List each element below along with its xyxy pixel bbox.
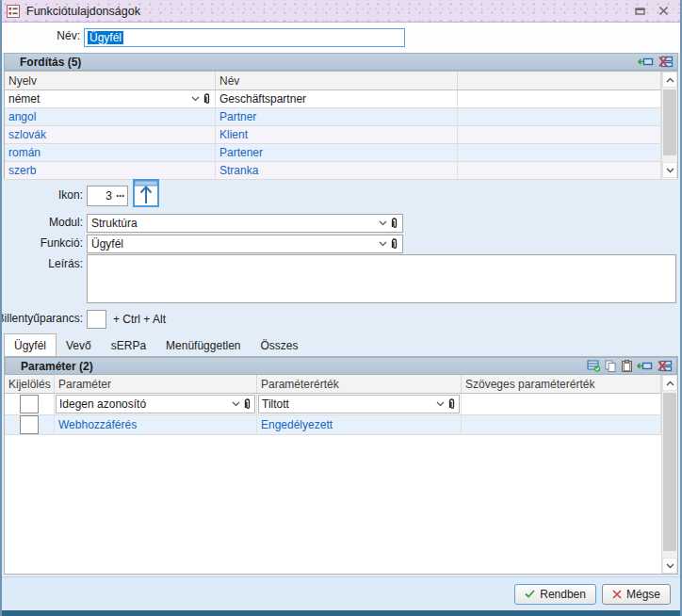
cell-szoveges[interactable] bbox=[462, 415, 661, 434]
paste-icon[interactable] bbox=[621, 360, 633, 372]
table-row[interactable]: Idegen azonosító Tiltott bbox=[5, 394, 661, 415]
cell-parameterertek[interactable]: Engedélyezett bbox=[257, 415, 462, 434]
window-title: Funkciótulajdonságok bbox=[26, 5, 140, 18]
ikon-label: Ikon: bbox=[58, 188, 83, 202]
billentyuparancs-input[interactable] bbox=[87, 310, 106, 329]
cancel-button-label: Mégse bbox=[626, 588, 660, 601]
chevron-down-icon[interactable] bbox=[191, 96, 200, 102]
cell-nev[interactable]: Partener bbox=[216, 144, 458, 161]
cell-nev[interactable]: Klient bbox=[216, 126, 458, 143]
scroll-track[interactable] bbox=[662, 88, 677, 162]
tab-menufuggetlen[interactable]: Menüfüggetlen bbox=[155, 335, 251, 356]
scroll-thumb[interactable] bbox=[663, 393, 676, 551]
delete-row-icon[interactable] bbox=[657, 360, 673, 372]
parameter-combobox[interactable]: Idegen azonosító bbox=[56, 395, 255, 413]
cell-nev[interactable]: Geschäftspartner bbox=[216, 90, 458, 107]
table-row[interactable]: szlovák Klient bbox=[5, 126, 677, 144]
table-row[interactable]: angol Partner bbox=[5, 108, 677, 126]
ok-button-label: Rendben bbox=[540, 588, 586, 601]
copy-icon[interactable] bbox=[605, 360, 617, 372]
ikon-preview-button[interactable] bbox=[133, 179, 159, 207]
row-select-checkbox[interactable] bbox=[20, 395, 39, 413]
col-kijeloles[interactable]: Kijelölés bbox=[5, 375, 55, 393]
col-nev[interactable]: Név bbox=[216, 72, 458, 89]
scroll-up-icon[interactable] bbox=[662, 375, 677, 391]
chevron-down-icon[interactable] bbox=[232, 401, 240, 407]
insert-row-icon[interactable] bbox=[638, 56, 654, 68]
forditas-section-header: Fordítás (5) bbox=[4, 53, 678, 71]
ellipsis-button[interactable]: ··· bbox=[116, 189, 124, 203]
tab-serpa[interactable]: sERPa bbox=[101, 335, 156, 356]
leiras-label: Leírás: bbox=[48, 257, 83, 270]
footer: Rendben Mégse bbox=[2, 576, 680, 610]
cell-nev[interactable]: Stranka bbox=[216, 162, 458, 179]
scroll-track[interactable] bbox=[662, 391, 677, 558]
modul-combobox[interactable]: Struktúra bbox=[87, 214, 403, 233]
funkcio-value: Ügyfél bbox=[91, 237, 376, 251]
tab-osszes[interactable]: Összes bbox=[250, 335, 308, 356]
parameter-title: Paraméter (2) bbox=[21, 360, 93, 373]
check-icon bbox=[525, 590, 535, 598]
tab-ugyfel[interactable]: Ügyfél bbox=[4, 333, 57, 356]
cell-szoveges[interactable] bbox=[462, 394, 661, 414]
nev-input[interactable]: Ügyfél bbox=[84, 28, 405, 47]
paperclip-icon[interactable] bbox=[447, 398, 456, 410]
parameterertek-combobox[interactable]: Tiltott bbox=[258, 395, 460, 413]
cell-parameter[interactable]: Webhozzáférés bbox=[55, 415, 257, 434]
properties-list-icon bbox=[6, 4, 21, 19]
chevron-down-icon[interactable] bbox=[436, 401, 445, 407]
funkcio-combobox[interactable]: Ügyfél bbox=[87, 235, 403, 253]
paperclip-icon[interactable] bbox=[203, 93, 211, 105]
tab-vevo[interactable]: Vevő bbox=[56, 335, 102, 356]
table-row[interactable]: román Partener bbox=[5, 144, 677, 162]
row-select-checkbox[interactable] bbox=[20, 415, 39, 434]
paperclip-icon[interactable] bbox=[243, 398, 252, 410]
dialog-funkciotulajdonsagok: Funkciótulajdonságok Név: Ügyfél Fordítá… bbox=[0, 0, 682, 616]
cell-nyelv[interactable]: román bbox=[5, 144, 216, 161]
delete-row-icon[interactable] bbox=[658, 56, 674, 68]
col-parameterertek[interactable]: Paraméterérték bbox=[257, 375, 462, 393]
parameter-section-header: Paraméter (2) bbox=[5, 357, 677, 375]
col-empty[interactable] bbox=[458, 72, 661, 89]
close-icon[interactable] bbox=[658, 6, 669, 16]
ikon-input[interactable]: 3 ··· bbox=[87, 186, 128, 206]
modul-value: Struktúra bbox=[91, 217, 376, 230]
cell-nyelv[interactable]: angol bbox=[5, 108, 216, 125]
billentyuparancs-label: Billentyűparancs: bbox=[0, 312, 83, 325]
cell-parameter: Idegen azonosító bbox=[59, 397, 229, 411]
leiras-textarea[interactable] bbox=[87, 254, 676, 303]
paperclip-icon[interactable] bbox=[390, 218, 398, 229]
cell-nyelv[interactable]: szlovák bbox=[5, 126, 216, 143]
parameter-tabs: Ügyfél Vevő sERPa Menüfüggetlen Összes bbox=[4, 335, 308, 356]
col-szoveges[interactable]: Szöveges paraméterérték bbox=[462, 375, 661, 393]
parameter-scrollbar[interactable] bbox=[661, 375, 677, 574]
forditas-scrollbar[interactable] bbox=[661, 72, 677, 178]
scroll-up-icon[interactable] bbox=[662, 72, 677, 88]
select-rows-check-icon[interactable] bbox=[587, 360, 601, 372]
table-row[interactable]: Webhozzáférés Engedélyezett bbox=[5, 415, 661, 435]
billentyuparancs-suffix: + Ctrl + Alt bbox=[113, 313, 166, 326]
cancel-button[interactable]: Mégse bbox=[602, 584, 671, 605]
ok-button[interactable]: Rendben bbox=[514, 584, 596, 605]
chevron-down-icon[interactable] bbox=[379, 241, 387, 247]
scroll-down-icon[interactable] bbox=[662, 558, 677, 574]
nev-label: Név: bbox=[57, 29, 80, 42]
forditas-table: Nyelv Név német Geschäftspartner angol P… bbox=[4, 71, 678, 179]
table-row[interactable]: német Geschäftspartner bbox=[5, 90, 677, 108]
scroll-thumb[interactable] bbox=[663, 89, 676, 155]
paperclip-icon[interactable] bbox=[390, 238, 398, 250]
cell-nev[interactable]: Partner bbox=[216, 108, 458, 125]
cell-parameterertek: Tiltott bbox=[262, 397, 433, 411]
cell-nyelv[interactable]: német bbox=[8, 92, 188, 105]
chevron-down-icon[interactable] bbox=[379, 220, 387, 226]
ikon-value: 3 bbox=[106, 189, 112, 203]
insert-row-icon[interactable] bbox=[637, 360, 653, 372]
restore-icon[interactable] bbox=[635, 7, 645, 16]
scroll-down-icon[interactable] bbox=[662, 162, 677, 178]
titlebar[interactable]: Funkciótulajdonságok bbox=[0, 0, 682, 23]
x-icon bbox=[612, 590, 622, 599]
cell-nyelv[interactable]: szerb bbox=[5, 162, 216, 179]
table-row[interactable]: szerb Stranka bbox=[5, 162, 677, 180]
col-nyelv[interactable]: Nyelv bbox=[5, 72, 216, 89]
col-parameter[interactable]: Paraméter bbox=[55, 375, 257, 393]
